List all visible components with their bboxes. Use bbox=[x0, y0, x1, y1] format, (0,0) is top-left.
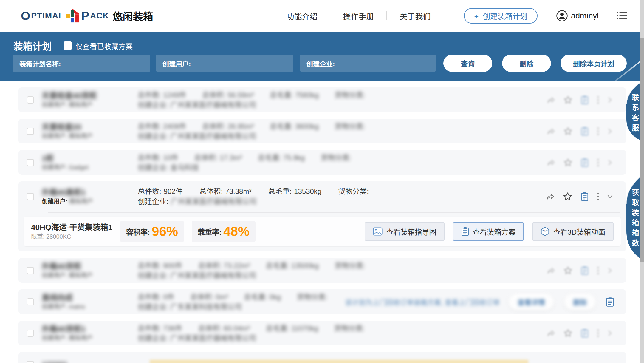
plan-stats: 总件数: 10件 总体积: 17.3m³ 总毛重: 75.9kg 货物分类: bbox=[138, 153, 351, 163]
brand-logo: OPTIMAL PACK 悠闲装箱 bbox=[21, 8, 153, 24]
copy-plan-icon[interactable] bbox=[606, 297, 614, 307]
side-tab-contact-service[interactable]: 联系客服 bbox=[623, 81, 640, 141]
plan-row[interactable]: 天意检查40货柜 创建用户: 模拟用户 总件数: 1249件 总体积: 56.5… bbox=[18, 87, 626, 112]
creator-input-label: 创建用户: bbox=[162, 58, 191, 68]
copy-plan-icon[interactable] bbox=[581, 192, 589, 201]
plan-title: 1柜 bbox=[42, 154, 131, 163]
share-icon[interactable] bbox=[547, 266, 555, 275]
highlight-strip bbox=[150, 360, 528, 363]
logo-text-optimal: PTIMAL bbox=[31, 11, 64, 21]
plan-title: 天意检查20 bbox=[42, 122, 131, 132]
menu-list-icon[interactable] bbox=[617, 12, 627, 20]
plan-title: 直线向成 bbox=[42, 293, 131, 302]
load-rate-badge: 载重率: 48% bbox=[192, 221, 256, 242]
more-options-icon[interactable] bbox=[597, 127, 599, 135]
main-nav: 功能介绍 操作手册 关于我们 bbox=[274, 10, 443, 21]
plan-stats: 总件数: 1249件 总体积: 56.59m³ 总毛重: 7560kg 货物分类… bbox=[138, 90, 365, 100]
username: adminyl bbox=[571, 11, 599, 21]
plan-row[interactable]: 直线向成 创建用户: matns 总件数: 0件 总体积: 0m³ 总毛重: 0… bbox=[18, 289, 626, 314]
plan-row-expanded[interactable]: 外箱40高柜1 创建用户: 模拟用户 总件数:902件 总体积:73.38m³ … bbox=[18, 181, 626, 251]
plan-company: 创建企业: 广东某某科技有限公司 bbox=[138, 302, 327, 312]
copy-plan-icon[interactable] bbox=[581, 329, 589, 338]
plan-creator: 创建用户: Gadget bbox=[42, 163, 131, 172]
view-3d-animation-button[interactable]: 查看3D装箱动画 bbox=[532, 222, 614, 241]
plan-row[interactable]: 1柜 创建用户: Gadget 总件数: 10件 总体积: 17.3m³ 总毛重… bbox=[18, 150, 626, 175]
recycle-order-link[interactable]: 该计划为上门回收订单装箱方案, 查看上门回收订单 bbox=[345, 297, 500, 307]
company-input-label: 创建企业: bbox=[306, 58, 335, 68]
volume-rate-badge: 容积率: 96% bbox=[120, 221, 184, 242]
copy-plan-icon[interactable] bbox=[581, 127, 589, 136]
scrollbar-track[interactable] bbox=[640, 0, 644, 363]
plan-row[interactable]: 外箱40货柜1 创建用户: 模拟用户 总件数: 736件 总体积: 60.04m… bbox=[18, 321, 626, 345]
more-options-icon[interactable] bbox=[597, 329, 599, 337]
user-menu[interactable]: adminyl bbox=[556, 10, 599, 22]
favorite-star-icon[interactable] bbox=[564, 158, 572, 167]
delete-button[interactable]: 删除 bbox=[502, 55, 551, 72]
row-checkbox[interactable] bbox=[27, 96, 34, 104]
favorite-star-icon[interactable] bbox=[564, 266, 572, 275]
plan-title: 123321 bbox=[42, 360, 131, 363]
view-packing-plan-button[interactable]: 查看装箱方案 bbox=[453, 222, 524, 241]
share-icon[interactable] bbox=[547, 127, 555, 135]
plan-title: 外箱40货柜1 bbox=[42, 324, 131, 334]
favorite-star-icon[interactable] bbox=[563, 192, 572, 201]
plan-stats: 总件数: 2408件 总体积: 26.95m³ 总毛重: 3600kg 货物分类… bbox=[138, 121, 365, 132]
nav-operation-manual[interactable]: 操作手册 bbox=[330, 10, 386, 21]
share-icon[interactable] bbox=[547, 329, 555, 337]
plan-stats: 总件数: 900件 总体积: 73.22m³ 总毛重: 13500kg 货物分类… bbox=[138, 261, 365, 271]
plan-company: 创建企业: 广州某某医疗器械有限公司 bbox=[138, 271, 365, 280]
favorite-star-icon[interactable] bbox=[564, 329, 572, 338]
top-header: OPTIMAL PACK 悠闲装箱 功能介绍 操作手册 关于我们 + 创建装箱计… bbox=[0, 0, 644, 32]
more-options-icon[interactable] bbox=[597, 158, 599, 167]
company-label: 创建企业: bbox=[138, 197, 168, 207]
favorite-star-icon[interactable] bbox=[564, 127, 572, 136]
plan-row[interactable]: 天意检查20 创建用户: 模拟用户 总件数: 2408件 总体积: 26.95m… bbox=[18, 119, 626, 143]
copy-plan-icon[interactable] bbox=[581, 158, 589, 167]
side-tab-get-box-count[interactable]: 获取装箱箱数 bbox=[623, 175, 640, 259]
create-plan-button[interactable]: + 创建装箱计划 bbox=[464, 8, 538, 24]
favorites-only-checkbox[interactable] bbox=[64, 41, 72, 50]
creator-input[interactable]: 创建用户: bbox=[156, 55, 293, 72]
plan-creator-label: 创建用户: bbox=[42, 198, 68, 205]
row-checkbox[interactable] bbox=[27, 361, 34, 363]
expand-chevron-icon[interactable] bbox=[608, 128, 612, 135]
delete-pill-button[interactable]: 删除 bbox=[564, 294, 596, 310]
plan-row[interactable]: 123321 bbox=[18, 352, 626, 363]
plan-name-input[interactable]: 装箱计划名称: bbox=[13, 55, 150, 72]
row-checkbox[interactable] bbox=[27, 159, 34, 166]
query-button[interactable]: 查询 bbox=[443, 55, 492, 72]
plan-stats: 总件数: 736件 总体积: 60.04m³ 总毛重: 11070kg 货物分类… bbox=[138, 323, 365, 333]
share-icon[interactable] bbox=[546, 192, 555, 201]
copy-plan-icon[interactable] bbox=[581, 95, 589, 104]
plan-row[interactable]: 外箱40货柜 创建用户: 模拟用户 总件数: 900件 总体积: 73.22m³… bbox=[18, 258, 626, 283]
logo-text-chinese: 悠闲装箱 bbox=[113, 9, 153, 23]
more-options-icon[interactable] bbox=[597, 192, 599, 201]
nav-feature-intro[interactable]: 功能介绍 bbox=[274, 10, 330, 21]
company-input[interactable]: 创建企业: bbox=[300, 55, 436, 72]
expand-chevron-icon[interactable] bbox=[608, 330, 612, 337]
more-options-icon[interactable] bbox=[597, 266, 599, 275]
copy-plan-icon[interactable] bbox=[581, 266, 589, 275]
favorites-only-label: 仅查看已收藏方案 bbox=[75, 41, 133, 51]
logo-house-icon bbox=[65, 8, 80, 24]
row-checkbox[interactable] bbox=[27, 128, 34, 135]
scrollbar-thumb[interactable] bbox=[640, 38, 644, 262]
plan-creator: 创建用户: matns bbox=[42, 302, 131, 311]
row-checkbox[interactable] bbox=[27, 193, 34, 200]
expand-chevron-icon[interactable] bbox=[608, 267, 612, 274]
more-options-icon[interactable] bbox=[597, 96, 599, 104]
nav-about-us[interactable]: 关于我们 bbox=[387, 10, 443, 21]
row-checkbox[interactable] bbox=[27, 267, 34, 274]
favorite-star-icon[interactable] bbox=[564, 95, 572, 104]
row-checkbox[interactable] bbox=[27, 330, 34, 337]
expand-chevron-icon[interactable] bbox=[608, 159, 612, 166]
share-icon[interactable] bbox=[547, 158, 555, 167]
view-detail-pill-button[interactable]: 查看详情 bbox=[509, 294, 554, 310]
expand-chevron-icon[interactable] bbox=[608, 96, 612, 104]
row-checkbox[interactable] bbox=[27, 298, 34, 305]
view-packing-guide-button[interactable]: 查看装箱指导图 bbox=[365, 222, 445, 241]
share-icon[interactable] bbox=[547, 96, 555, 104]
plan-title: 外箱40高柜1 bbox=[42, 188, 131, 197]
collapse-chevron-icon[interactable] bbox=[606, 194, 614, 199]
delete-page-plans-button[interactable]: 删除本页计划 bbox=[561, 55, 627, 72]
